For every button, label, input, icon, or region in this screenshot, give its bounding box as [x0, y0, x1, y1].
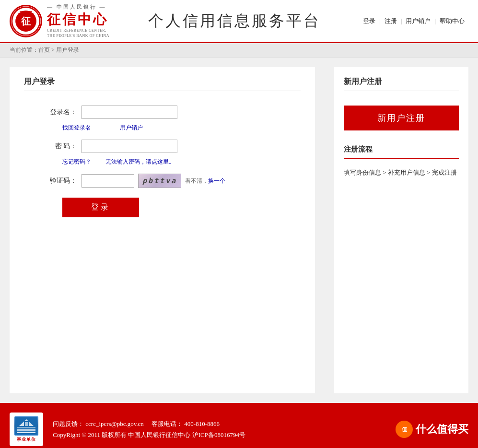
login-section: 用户登录 登录名： 找回登录名 用户销户 密 码： 忘记密码？ 无法输入密码，请… — [10, 67, 315, 393]
captcha-row: 验证码： pbttva 看不清，换一个 — [24, 174, 301, 188]
footer-zhiwu: 值 什么值得买 — [396, 421, 468, 438]
login-btn-row: 登录 — [24, 198, 301, 217]
header-nav: 登录 | 注册 | 用户销户 | 帮助中心 — [359, 17, 468, 25]
main-content: 用户登录 登录名： 找回登录名 用户销户 密 码： 忘记密码？ 无法输入密码，请… — [0, 58, 478, 403]
captcha-image[interactable]: pbttva — [138, 174, 181, 188]
nav-account-cancel[interactable]: 用户销户 — [402, 17, 434, 25]
nav-help[interactable]: 帮助中心 — [436, 17, 468, 25]
site-title: 个人信用信息服务平台 — [109, 11, 359, 32]
cant-input-password-link[interactable]: 无法输入密码，请点这里。 — [105, 158, 175, 166]
logo-title: 征信中心 — [47, 12, 109, 28]
footer-contact: 问题反馈： ccrc_ipcrs@pbc.gov.cn 客服电话： 400-81… — [53, 418, 386, 429]
register-title: 新用户注册 — [344, 77, 459, 91]
footer-info: 问题反馈： ccrc_ipcrs@pbc.gov.cn 客服电话： 400-81… — [53, 418, 386, 441]
cancel-account-link[interactable]: 用户销户 — [120, 124, 143, 132]
breadcrumb: 当前位置：首页 > 用户登录 — [0, 43, 478, 58]
nav-register[interactable]: 注册 — [381, 17, 401, 25]
username-label: 登录名： — [43, 108, 77, 117]
footer: 事业单位 问题反馈： ccrc_ipcrs@pbc.gov.cn 客服电话： 4… — [0, 403, 478, 448]
password-links: 忘记密码？ 无法输入密码，请点这里。 — [62, 158, 301, 166]
password-label: 密 码： — [43, 142, 77, 151]
logo-text: — 中国人民银行 — 征信中心 CREDIT REFERENCE CENTER,… — [47, 3, 109, 38]
password-input[interactable] — [82, 140, 177, 153]
register-section: 新用户注册 新用户注册 注册流程 填写身份信息 > 补充用户信息 > 完成注册 — [334, 67, 468, 393]
nav-login[interactable]: 登录 — [359, 17, 379, 25]
cant-read-text: 看不清， — [185, 177, 208, 184]
captcha-input[interactable] — [82, 174, 134, 188]
reg-flow-title: 注册流程 — [344, 145, 459, 159]
svg-text:征: 征 — [21, 16, 31, 26]
login-button[interactable]: 登录 — [62, 198, 139, 217]
change-captcha-link[interactable]: 换一个 — [208, 177, 225, 184]
header: 征 — 中国人民银行 — 征信中心 CREDIT REFERENCE CENTE… — [0, 0, 478, 43]
zhiwu-icon: 值 — [396, 421, 413, 438]
footer-copyright: CopyRight © 2011 版权所有 中国人民银行征信中心 沪ICP备08… — [53, 429, 386, 440]
svg-rect-8 — [17, 432, 35, 433]
logo-subtitle: CREDIT REFERENCE CENTER, THE PEOPLE'S BA… — [47, 28, 109, 38]
captcha-label: 验证码： — [43, 177, 77, 185]
username-links: 找回登录名 用户销户 — [62, 124, 301, 132]
footer-badge-icon — [14, 416, 38, 436]
svg-rect-6 — [17, 427, 35, 428]
bank-name: — 中国人民银行 — — [47, 3, 109, 11]
login-title: 用户登录 — [24, 77, 301, 91]
svg-rect-7 — [17, 429, 35, 431]
new-user-button[interactable]: 新用户注册 — [344, 106, 459, 130]
logo-area: 征 — 中国人民银行 — 征信中心 CREDIT REFERENCE CENTE… — [10, 3, 109, 38]
reg-flow-steps: 填写身份信息 > 补充用户信息 > 完成注册 — [344, 166, 459, 179]
logo-icon: 征 — [10, 5, 42, 37]
forgot-password-link[interactable]: 忘记密码？ — [62, 158, 91, 166]
captcha-links: 看不清，换一个 — [185, 177, 225, 185]
recover-username-link[interactable]: 找回登录名 — [62, 124, 91, 132]
username-row: 登录名： — [24, 106, 301, 119]
footer-badge-text: 事业单位 — [17, 436, 36, 443]
svg-rect-11 — [25, 422, 28, 426]
username-input[interactable] — [82, 106, 177, 119]
password-row: 密 码： — [24, 140, 301, 153]
zhiwu-text: 什么值得买 — [416, 422, 468, 436]
footer-badge: 事业单位 — [10, 413, 43, 446]
